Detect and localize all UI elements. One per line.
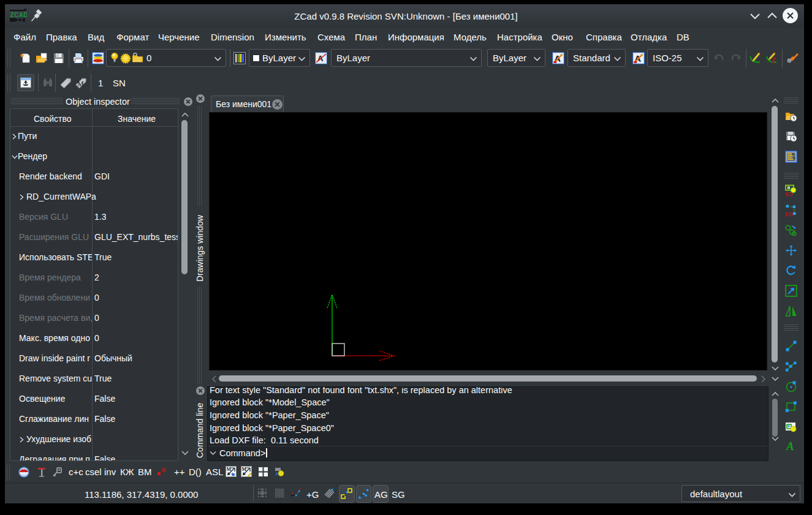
svg-text:ED: ED [785, 191, 793, 197]
svg-text:2: 2 [298, 487, 301, 491]
svg-text:M: M [77, 80, 84, 88]
svg-text:R: R [163, 468, 165, 472]
svg-text:M: M [242, 467, 247, 472]
svg-text:M: M [227, 467, 232, 472]
svg-text:Z: Z [771, 56, 776, 64]
svg-text:2: 2 [291, 491, 294, 495]
svg-text:ED: ED [785, 211, 793, 217]
